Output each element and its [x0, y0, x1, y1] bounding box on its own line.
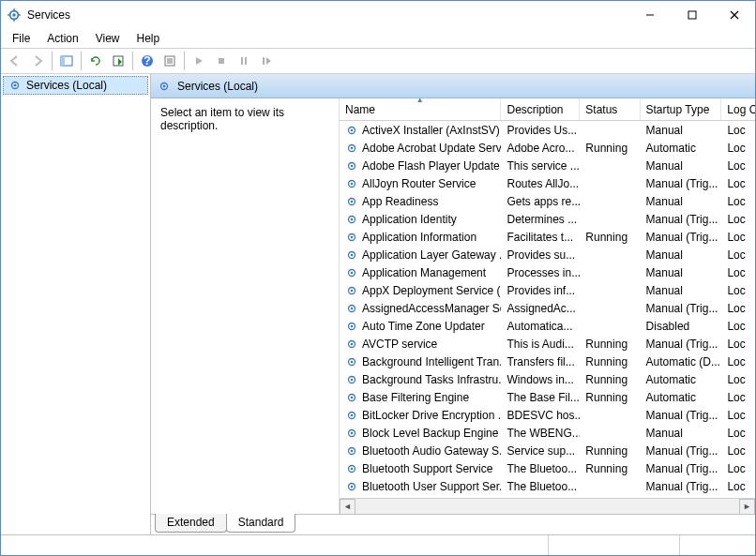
tab-extended[interactable]: Extended — [155, 514, 227, 533]
cell-name: Application Layer Gateway ... — [340, 248, 501, 262]
service-row[interactable]: Application ManagementProcesses in...Man… — [340, 263, 755, 281]
service-row[interactable]: Bluetooth User Support Ser...The Bluetoo… — [340, 477, 755, 495]
scroll-left-button[interactable]: ◄ — [340, 499, 355, 515]
maximize-button[interactable] — [671, 1, 713, 29]
service-row[interactable]: AssignedAccessManager Se...AssignedAc...… — [340, 299, 755, 317]
service-row[interactable]: BitLocker Drive Encryption ...BDESVC hos… — [340, 406, 755, 424]
service-row[interactable]: Adobe Acrobat Update ServAdobe Acro...Ru… — [340, 139, 755, 157]
scroll-track[interactable] — [355, 499, 739, 515]
gear-icon — [345, 195, 358, 208]
cell-description: AssignedAc... — [501, 302, 580, 315]
service-row[interactable]: Base Filtering EngineThe Base Fil...Runn… — [340, 388, 755, 406]
forward-button[interactable] — [27, 51, 48, 71]
cell-description: Facilitates t... — [501, 231, 580, 244]
cell-startup: Manual — [641, 195, 722, 208]
cell-logon: Loc — [721, 302, 755, 315]
gear-icon — [345, 248, 358, 262]
cell-logon: Loc — [721, 409, 755, 422]
svg-point-42 — [351, 253, 354, 256]
cell-startup: Automatic — [641, 391, 722, 404]
cell-name: Block Level Backup Engine ... — [340, 427, 501, 440]
description-prompt: Select an item to view its description. — [160, 106, 284, 132]
cell-startup: Manual — [641, 284, 722, 297]
svg-point-28 — [351, 128, 354, 131]
service-row[interactable]: AllJoyn Router ServiceRoutes AllJo...Man… — [340, 174, 755, 192]
cell-logon: Loc — [721, 195, 755, 208]
restart-service-button[interactable] — [256, 51, 277, 71]
tree-item-services-local[interactable]: Services (Local) — [3, 76, 148, 95]
cell-name: Auto Time Zone Updater — [340, 320, 501, 333]
service-row[interactable]: Bluetooth Support ServiceThe Bluetoo...R… — [340, 459, 755, 477]
close-button[interactable] — [713, 1, 755, 29]
menu-view[interactable]: View — [88, 30, 128, 47]
horizontal-scrollbar[interactable]: ◄ ► — [340, 498, 755, 514]
service-row[interactable]: Block Level Backup Engine ...The WBENG..… — [340, 424, 755, 442]
svg-point-38 — [351, 218, 354, 220]
back-button[interactable] — [5, 51, 25, 71]
gear-icon — [345, 320, 358, 333]
cell-description: Provides inf... — [501, 284, 580, 297]
view-tabs: Extended Standard — [151, 514, 755, 534]
service-row[interactable]: Application InformationFacilitates t...R… — [340, 228, 755, 246]
cell-description: Adobe Acro... — [501, 142, 580, 155]
gear-icon — [345, 231, 358, 244]
menu-action[interactable]: Action — [39, 30, 85, 47]
service-row[interactable]: Application Layer Gateway ...Provides su… — [340, 246, 755, 263]
properties-button[interactable] — [159, 51, 180, 71]
refresh-button[interactable] — [85, 51, 106, 71]
service-row[interactable]: Auto Time Zone UpdaterAutomatica...Disab… — [340, 317, 755, 335]
tab-standard[interactable]: Standard — [226, 514, 296, 533]
toolbar-separator — [132, 52, 133, 70]
gear-icon — [345, 409, 358, 422]
cell-name: Base Filtering Engine — [340, 391, 501, 404]
cell-startup: Manual — [641, 124, 722, 137]
scroll-right-button[interactable]: ► — [739, 499, 755, 515]
svg-point-44 — [351, 271, 354, 274]
pause-service-button[interactable] — [234, 51, 254, 71]
service-row[interactable]: Application IdentityDetermines ...Manual… — [340, 210, 755, 228]
service-name: ActiveX Installer (AxInstSV) — [362, 124, 500, 137]
cell-name: AppX Deployment Service (... — [340, 284, 501, 297]
cell-status: Running — [580, 231, 640, 244]
column-startup-type[interactable]: Startup Type — [641, 98, 722, 120]
cell-status: Running — [580, 444, 640, 458]
column-logon[interactable]: Log On As — [721, 98, 755, 120]
services-rows[interactable]: ActiveX Installer (AxInstSV)Provides Us.… — [340, 121, 755, 498]
svg-rect-19 — [219, 58, 224, 64]
cell-logon: Loc — [721, 320, 755, 333]
cell-description: Provides Us... — [501, 124, 580, 137]
service-row[interactable]: AppX Deployment Service (...Provides inf… — [340, 281, 755, 299]
gear-icon — [345, 142, 358, 155]
cell-description: Gets apps re... — [501, 195, 580, 208]
help-button[interactable]: ? — [137, 51, 158, 71]
service-name: Bluetooth User Support Ser... — [362, 480, 501, 493]
content-area: Select an item to view its description. … — [151, 98, 755, 514]
cell-logon: Loc — [721, 391, 755, 404]
minimize-button[interactable] — [628, 1, 671, 29]
service-row[interactable]: AVCTP serviceThis is Audi...RunningManua… — [340, 335, 755, 353]
menu-file[interactable]: File — [5, 30, 38, 47]
svg-point-50 — [351, 324, 354, 327]
cell-name: Bluetooth Support Service — [340, 462, 501, 475]
start-service-button[interactable] — [189, 51, 209, 71]
service-name: AVCTP service — [362, 338, 437, 351]
cell-logon: Loc — [721, 248, 755, 262]
service-row[interactable]: App ReadinessGets apps re...ManualLoc — [340, 192, 755, 210]
gear-icon — [8, 78, 23, 93]
service-row[interactable]: Bluetooth Audio Gateway S...Service sup.… — [340, 442, 755, 459]
column-description[interactable]: Description — [501, 98, 580, 120]
cell-logon: Loc — [721, 355, 755, 368]
show-hide-tree-button[interactable] — [56, 51, 77, 71]
service-row[interactable]: Background Intelligent Tran...Transfers … — [340, 353, 755, 370]
stop-service-button[interactable] — [211, 51, 232, 71]
svg-point-34 — [351, 182, 354, 185]
cell-startup: Manual (Trig... — [641, 409, 722, 422]
column-status[interactable]: Status — [580, 98, 640, 120]
service-row[interactable]: ActiveX Installer (AxInstSV)Provides Us.… — [340, 121, 755, 139]
service-row[interactable]: Adobe Flash Player Update ...This servic… — [340, 157, 755, 174]
column-name[interactable]: Name ▲ — [340, 98, 501, 120]
export-list-button[interactable] — [108, 51, 129, 71]
cell-name: Application Information — [340, 231, 501, 244]
service-row[interactable]: Background Tasks Infrastru...Windows in.… — [340, 370, 755, 388]
menu-help[interactable]: Help — [129, 30, 168, 47]
